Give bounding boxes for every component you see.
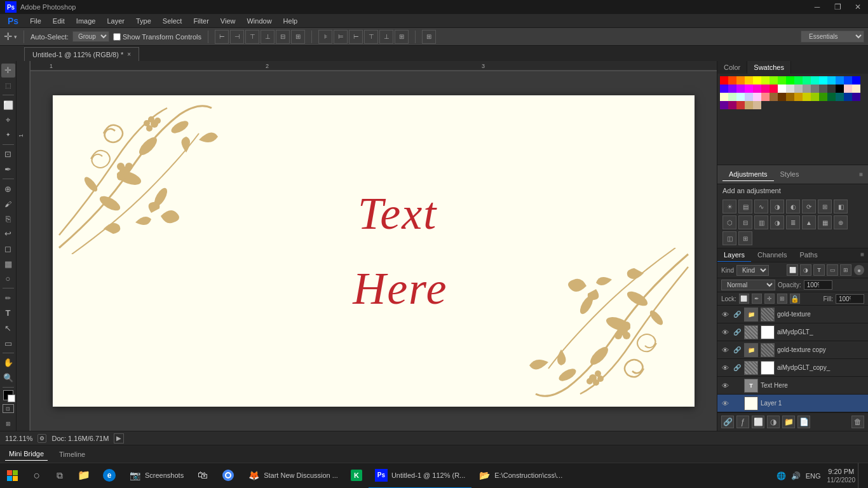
swatch-cell[interactable] — [736, 85, 745, 93]
swatch-cell[interactable] — [827, 76, 836, 85]
layer-row[interactable]: 👁🔗📁gold-texture — [717, 306, 868, 323]
taskbar-photoshop[interactable]: Ps Untitled-1 @ 112% (R... — [369, 463, 471, 489]
swatch-cell[interactable] — [720, 101, 728, 109]
close-button[interactable]: ✕ — [848, 0, 868, 14]
exposure-adj-icon[interactable]: ◑ — [770, 200, 784, 214]
swatch-cell[interactable] — [761, 85, 770, 93]
layer-filter-toggle[interactable]: ● — [854, 265, 864, 275]
swatch-cell[interactable] — [745, 93, 753, 101]
posterize-adj-icon[interactable]: ≣ — [786, 215, 800, 229]
dist-top-icon[interactable]: ⊤ — [364, 30, 378, 44]
channelmixer-adj-icon[interactable]: ⊟ — [738, 215, 752, 229]
task-view-button[interactable]: ⧉ — [48, 463, 71, 489]
doc-info-arrow[interactable]: ▶ — [114, 433, 124, 444]
swatch-cell[interactable] — [844, 85, 852, 93]
tab-layers[interactable]: Layers — [717, 248, 751, 262]
swatch-cell[interactable] — [720, 76, 728, 85]
align-center-v-icon[interactable]: ⊣ — [230, 30, 244, 44]
swatch-cell[interactable] — [753, 101, 761, 109]
fill-input[interactable] — [836, 294, 864, 304]
swatch-cell[interactable] — [836, 76, 844, 85]
tab-paths[interactable]: Paths — [794, 248, 824, 262]
swatch-cell[interactable] — [852, 93, 860, 101]
background-color[interactable] — [8, 395, 15, 402]
swatch-cell[interactable] — [761, 76, 770, 85]
adjust-filter-icon[interactable]: ◑ — [800, 264, 811, 276]
layer-row[interactable]: 👁🔗aiMydpGLT_copy_ — [717, 359, 868, 377]
start-button[interactable] — [0, 463, 25, 489]
layers-panel-menu[interactable]: ≡ — [857, 248, 868, 262]
swatch-cell[interactable] — [770, 76, 778, 85]
align-right-icon[interactable]: ⊤ — [245, 30, 259, 44]
pattern-adj-icon[interactable]: ⊞ — [738, 231, 752, 245]
menu-image[interactable]: Image — [71, 16, 101, 26]
menu-filter[interactable]: Filter — [188, 16, 214, 26]
tab-styles[interactable]: Styles — [774, 168, 806, 181]
swatch-cell[interactable] — [736, 76, 745, 85]
swatch-cell[interactable] — [794, 76, 803, 85]
new-adjustment-button[interactable]: ◑ — [767, 416, 780, 428]
path-select-tool[interactable]: ↖ — [1, 322, 15, 336]
lock-position-icon[interactable]: ✛ — [764, 294, 775, 304]
tab-swatches[interactable]: Swatches — [747, 61, 791, 74]
brightness-adj-icon[interactable]: ☀ — [722, 200, 736, 214]
document-tab[interactable]: Untitled-1 @ 112% (RGB/8) * × — [24, 47, 139, 61]
align-center-h-icon[interactable]: ⊟ — [276, 30, 290, 44]
bw-adj-icon[interactable]: ◧ — [834, 200, 848, 214]
search-button[interactable]: ○ — [25, 463, 48, 489]
swatch-cell[interactable] — [844, 93, 852, 101]
tab-timeline[interactable]: Timeline — [55, 448, 89, 461]
foreground-color[interactable] — [3, 390, 13, 400]
swatch-cell[interactable] — [745, 85, 753, 93]
swatch-cell[interactable] — [836, 93, 844, 101]
swatch-cell[interactable] — [745, 76, 753, 85]
autoselect-select[interactable]: Group Layer — [72, 31, 109, 42]
threshold-adj-icon[interactable]: ▲ — [802, 215, 816, 229]
tab-close-button[interactable]: × — [127, 51, 131, 58]
zoom-tool[interactable]: 🔍 — [1, 371, 15, 385]
swatch-cell[interactable] — [811, 85, 819, 93]
swatch-cell[interactable] — [819, 76, 827, 85]
layer-row[interactable]: 👁TText Here — [717, 377, 868, 395]
quick-mask-button[interactable]: ⊡ — [3, 404, 14, 413]
shadows-adj-icon[interactable]: ◫ — [722, 231, 736, 245]
menu-file[interactable]: File — [25, 16, 46, 26]
taskbar-store[interactable]: 🛍 — [190, 463, 215, 489]
adj-panel-menu[interactable]: ≡ — [859, 171, 863, 178]
clone-tool[interactable]: ⎘ — [1, 212, 15, 226]
vibrance-adj-icon[interactable]: ◐ — [786, 200, 800, 214]
align-left-icon[interactable]: ⊢ — [215, 30, 229, 44]
dist-right-icon[interactable]: ⊢ — [349, 30, 363, 44]
swatch-cell[interactable] — [745, 101, 753, 109]
eraser-tool[interactable]: ◻ — [1, 242, 15, 256]
lock-all-icon[interactable]: 🔒 — [790, 294, 800, 304]
move-tool[interactable]: ✛ — [1, 64, 15, 78]
tab-color[interactable]: Color — [717, 61, 747, 74]
selectivecolor-adj-icon[interactable]: ⊕ — [834, 215, 848, 229]
hsl-adj-icon[interactable]: ⟳ — [802, 200, 816, 214]
gradient-adj-icon[interactable]: ▦ — [818, 215, 832, 229]
dodge-tool[interactable]: ○ — [1, 272, 15, 286]
align-bottom-icon[interactable]: ⊞ — [291, 30, 305, 44]
swatch-cell[interactable] — [827, 93, 836, 101]
restore-button[interactable]: ❐ — [827, 0, 848, 14]
swatch-cell[interactable] — [770, 85, 778, 93]
menu-view[interactable]: View — [215, 16, 241, 26]
swatch-cell[interactable] — [803, 93, 811, 101]
swatch-cell[interactable] — [786, 76, 794, 85]
tab-mini-bridge[interactable]: Mini Bridge — [5, 447, 48, 461]
eyedropper-tool[interactable]: ✒ — [1, 163, 15, 177]
status-options-button[interactable]: ⚙ — [37, 434, 46, 443]
layer-row[interactable]: 👁🔗aiMydpGLT_ — [717, 323, 868, 341]
taskbar-edge[interactable]: e — [97, 463, 122, 489]
ps-icon[interactable]: Ps — [3, 15, 24, 27]
add-mask-button[interactable]: ⬜ — [752, 416, 764, 428]
swatch-cell[interactable] — [761, 93, 770, 101]
lock-image-icon[interactable]: ✒ — [752, 294, 762, 304]
swatch-cell[interactable] — [728, 85, 736, 93]
taskbar-kaspersky[interactable]: K — [344, 463, 369, 489]
layer-visibility-toggle[interactable]: 👁 — [720, 309, 730, 320]
taskbar-explorer[interactable]: 📁 — [71, 463, 97, 489]
swatch-cell[interactable] — [753, 85, 761, 93]
healing-tool[interactable]: ⊕ — [1, 182, 15, 196]
